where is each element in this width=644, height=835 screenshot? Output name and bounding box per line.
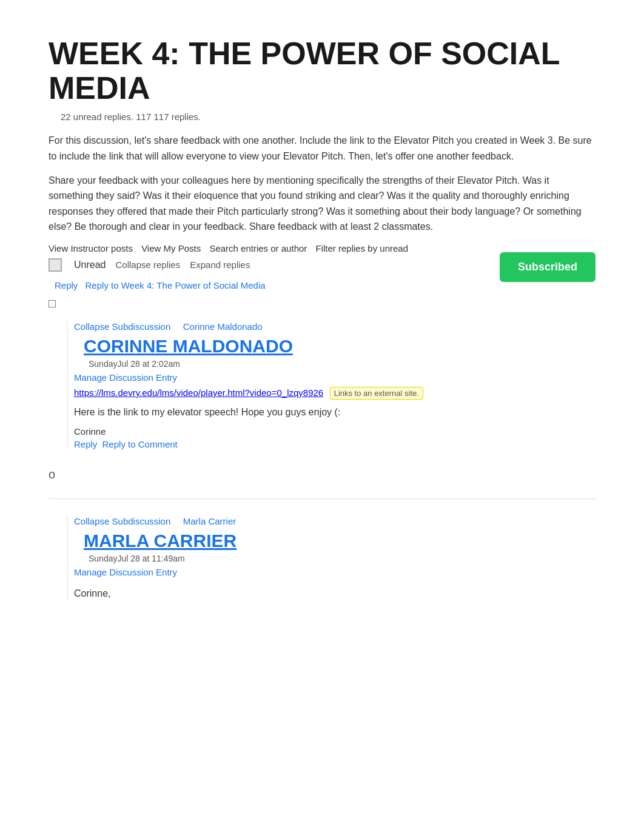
- collapse-subdiscussion-1[interactable]: Collapse Subdiscussion: [74, 321, 170, 332]
- comment1-reply-to-comment[interactable]: Reply to Comment: [102, 439, 178, 449]
- body-para-2: Share your feedback with your colleagues…: [49, 173, 595, 235]
- comment1-text: Here is the link to my elevator speech! …: [74, 404, 595, 420]
- unread-bar: Unread Collapse replies Expand replies S…: [49, 258, 595, 272]
- comment1-signature: Corinne: [74, 426, 595, 437]
- search-entries[interactable]: Search entries or author: [209, 243, 307, 253]
- subscribed-button[interactable]: Subscribed: [500, 252, 595, 282]
- comment-section-2: Collapse Subdiscussion Marla Carrier MAR…: [67, 516, 595, 602]
- comment2-manage-link[interactable]: Manage Discussion Entry: [74, 567, 177, 577]
- comment1-reply-links: Reply Reply to Comment: [74, 439, 595, 449]
- filter-replies[interactable]: Filter replies by unread: [315, 243, 408, 253]
- comment2-text: Corinne,: [74, 586, 595, 602]
- collapse-replies-link[interactable]: Collapse replies: [115, 260, 180, 270]
- reply-link[interactable]: Reply: [55, 280, 78, 290]
- comment2-timestamp: SundayJul 28 at 11:49am: [89, 554, 595, 563]
- comment1-ext-url[interactable]: https://lms.devry.edu/lms/video/player.h…: [74, 387, 323, 398]
- comment1-author-heading: CORINNE MALDONADO: [84, 336, 595, 357]
- page-title: WEEK 4: THE POWER OF SOCIAL MEDIA: [49, 36, 595, 106]
- bullet-marker-2: o: [49, 468, 595, 481]
- comment1-collapse-bar: Collapse Subdiscussion Corinne Maldonado: [74, 321, 595, 332]
- comment1-link-row: https://lms.devry.edu/lms/video/player.h…: [74, 387, 595, 398]
- reply-to-week-link[interactable]: Reply to Week 4: The Power of Social Med…: [86, 280, 266, 290]
- comment-section-1: Collapse Subdiscussion Corinne Maldonado…: [67, 321, 595, 449]
- body-para-1: For this discussion, let's share feedbac…: [49, 133, 595, 164]
- view-my-posts[interactable]: View My Posts: [141, 243, 201, 253]
- comment1-reply[interactable]: Reply: [74, 439, 97, 449]
- bullet-marker-1: □: [49, 297, 595, 310]
- comment1-manage-link[interactable]: Manage Discussion Entry: [74, 372, 177, 383]
- unread-checkbox[interactable]: [49, 258, 62, 272]
- comment2-author-link[interactable]: Marla Carrier: [183, 516, 236, 526]
- discussion-body: For this discussion, let's share feedbac…: [49, 133, 595, 235]
- external-site-label: Links to an external site.: [330, 387, 423, 400]
- reply-stats: 22 unread replies. 117 117 replies.: [61, 112, 595, 122]
- section-divider: [49, 498, 595, 499]
- comment1-timestamp: SundayJul 28 at 2:02am: [89, 359, 595, 369]
- expand-replies-link[interactable]: Expand replies: [190, 260, 250, 270]
- view-instructor-posts[interactable]: View Instructor posts: [49, 243, 133, 253]
- collapse-subdiscussion-2[interactable]: Collapse Subdiscussion: [74, 516, 170, 526]
- comment2-author-heading: MARLA CARRIER: [84, 531, 595, 551]
- comment2-collapse-bar: Collapse Subdiscussion Marla Carrier: [74, 516, 595, 527]
- unread-label: Unread: [74, 260, 106, 270]
- comment1-author-link[interactable]: Corinne Maldonado: [183, 321, 263, 332]
